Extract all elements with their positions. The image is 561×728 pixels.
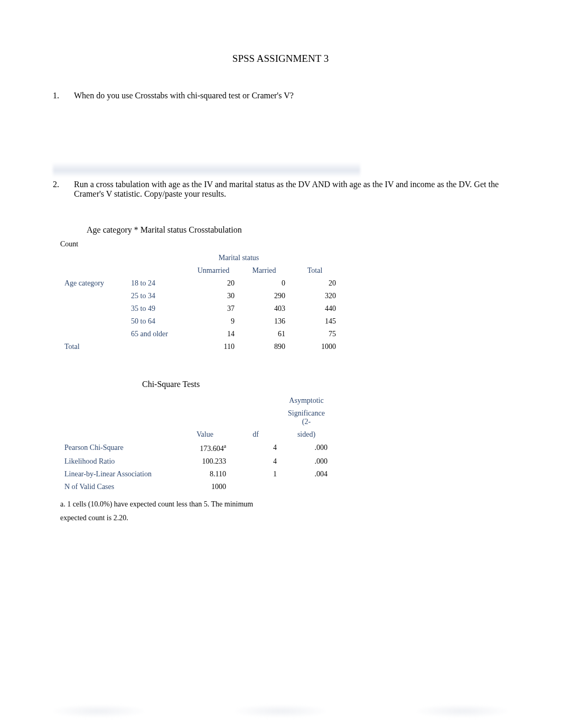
cell-value: 37 — [188, 302, 239, 315]
table-row: Pearson Chi-Square 173.604a 4 .000 — [60, 441, 332, 455]
document-page: SPSS ASSIGNMENT 3 1. When do you use Cro… — [0, 0, 561, 728]
question-1: 1. When do you use Crosstabs with chi-sq… — [53, 91, 508, 100]
page-title: SPSS ASSIGNMENT 3 — [53, 53, 508, 64]
cell-value: 20 — [289, 277, 340, 290]
chisq-head-value: Value — [180, 428, 230, 441]
cell-value: .000 — [281, 441, 332, 455]
col-header-married: Married — [239, 264, 289, 277]
cell-value: 1 — [230, 468, 281, 481]
row-label: 35 to 49 — [127, 302, 188, 315]
crosstab-table: Marital status Unmarried Married Total A… — [60, 252, 340, 353]
row-label: 65 and older — [127, 328, 188, 340]
chisq-row-label: Likelihood Ratio — [60, 455, 180, 468]
footnote-line-2: expected count is 2.20. — [60, 514, 128, 522]
table-row: Total 110 890 1000 — [60, 340, 340, 353]
cell-value: 173.604a — [180, 441, 230, 455]
cell-value: 100.233 — [180, 455, 230, 468]
table-row: Age category 18 to 24 20 0 20 — [60, 277, 340, 290]
chisq-footnote: a. 1 cells (10.0%) have expected count l… — [60, 497, 508, 526]
cell-value: 4 — [230, 455, 281, 468]
cell-value — [281, 481, 332, 493]
table-row: Value df sided) — [60, 428, 332, 441]
footnote-line-1: a. 1 cells (10.0%) have expected count l… — [60, 500, 253, 508]
preview-blur-icon — [53, 705, 508, 717]
chisq-block: Chi-Square Tests Asymptotic Significance… — [60, 380, 508, 526]
cell-value: 61 — [239, 328, 289, 340]
cell-value: 20 — [188, 277, 239, 290]
col-header-unmarried: Unmarried — [188, 264, 239, 277]
chisq-head-sig2: Significance (2- — [281, 407, 332, 428]
cell-value: 403 — [239, 302, 289, 315]
footnote-marker: a — [224, 443, 226, 449]
cell-value — [230, 481, 281, 493]
cell-value: 320 — [289, 290, 340, 302]
cell-value: 1000 — [289, 340, 340, 353]
crosstab-group-header: Marital status — [188, 252, 289, 264]
table-row: 50 to 64 9 136 145 — [60, 315, 340, 328]
table-row: N of Valid Cases 1000 — [60, 481, 332, 493]
chisq-head-df: df — [230, 428, 281, 441]
cell-value: 4 — [230, 441, 281, 455]
row-group-label: Age category — [60, 277, 127, 290]
cell-value: .004 — [281, 468, 332, 481]
question-2-number: 2. — [53, 180, 74, 199]
question-1-text: When do you use Crosstabs with chi-squar… — [74, 91, 508, 100]
cell-value: 8.110 — [180, 468, 230, 481]
table-row: Linear-by-Linear Association 8.110 1 .00… — [60, 468, 332, 481]
cell-value: 75 — [289, 328, 340, 340]
cell-value: 14 — [188, 328, 239, 340]
chisq-row-label: Pearson Chi-Square — [60, 441, 180, 455]
col-header-total: Total — [289, 264, 340, 277]
table-row: 35 to 49 37 403 440 — [60, 302, 340, 315]
cell-value: 440 — [289, 302, 340, 315]
chisq-head-sig3: sided) — [281, 428, 332, 441]
table-row: Likelihood Ratio 100.233 4 .000 — [60, 455, 332, 468]
crosstab-count-label: Count — [60, 240, 508, 248]
cell-value: 30 — [188, 290, 239, 302]
cell-value: 145 — [289, 315, 340, 328]
cell-value-text: 173.604 — [200, 445, 224, 453]
cell-value: 0 — [239, 277, 289, 290]
table-row: Marital status — [60, 252, 340, 264]
chisq-title: Chi-Square Tests — [142, 380, 508, 389]
chisq-table: Asymptotic Significance (2- Value df sid… — [60, 394, 332, 493]
table-row: Unmarried Married Total — [60, 264, 340, 277]
question-2: 2. Run a cross tabulation with age as th… — [53, 180, 508, 199]
table-row: 65 and older 14 61 75 — [60, 328, 340, 340]
preview-blur-icon — [53, 162, 360, 177]
table-row: 25 to 34 30 290 320 — [60, 290, 340, 302]
question-1-number: 1. — [53, 91, 74, 100]
chisq-head-sig1: Asymptotic — [281, 394, 332, 407]
table-row: Asymptotic — [60, 394, 332, 407]
row-label: 50 to 64 — [127, 315, 188, 328]
chisq-row-label: N of Valid Cases — [60, 481, 180, 493]
question-2-text: Run a cross tabulation with age as the I… — [74, 180, 508, 199]
table-row: Significance (2- — [60, 407, 332, 428]
cell-value: 136 — [239, 315, 289, 328]
chisq-row-label: Linear-by-Linear Association — [60, 468, 180, 481]
crosstab-block: Age category * Marital status Crosstabul… — [60, 225, 508, 353]
row-label: 25 to 34 — [127, 290, 188, 302]
cell-value: 9 — [188, 315, 239, 328]
cell-value: 1000 — [180, 481, 230, 493]
cell-value: 890 — [239, 340, 289, 353]
crosstab-title: Age category * Marital status Crosstabul… — [87, 225, 508, 235]
cell-value: .000 — [281, 455, 332, 468]
cell-value: 110 — [188, 340, 239, 353]
total-row-label: Total — [60, 340, 127, 353]
row-label: 18 to 24 — [127, 277, 188, 290]
cell-value: 290 — [239, 290, 289, 302]
